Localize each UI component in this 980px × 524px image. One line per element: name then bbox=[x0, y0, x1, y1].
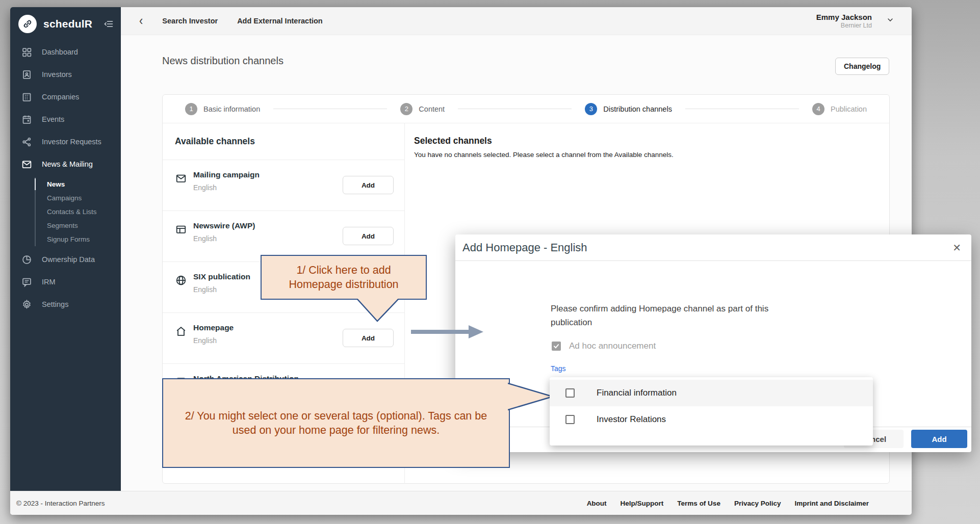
add-newswire-button[interactable]: Add bbox=[343, 227, 394, 245]
sidebar-item-label: Companies bbox=[42, 93, 79, 101]
sidebar-item-dashboard[interactable]: Dashboard bbox=[10, 41, 121, 63]
menu-search-investor[interactable]: Search Investor bbox=[162, 17, 218, 25]
tags-label: Tags bbox=[551, 364, 566, 373]
footer-links: About Help/Support Terms of Use Privacy … bbox=[587, 500, 869, 507]
add-homepage-button[interactable]: Add bbox=[343, 329, 394, 347]
sidebar-item-events[interactable]: Events bbox=[10, 108, 121, 130]
footer-link-terms[interactable]: Terms of Use bbox=[677, 500, 720, 507]
add-mailing-campaign-button[interactable]: Add bbox=[343, 176, 394, 194]
sidebar-subitem-campaigns[interactable]: Campaigns bbox=[36, 191, 121, 205]
footer-link-about[interactable]: About bbox=[587, 500, 607, 507]
step-label: Content bbox=[419, 105, 445, 113]
modal-confirm-text: Please confirm adding Homepage channel a… bbox=[551, 302, 795, 329]
chat-icon bbox=[21, 277, 32, 287]
copyright-text: © 2023 - Interaction Partners bbox=[16, 500, 105, 507]
callout-1-pointer bbox=[355, 299, 402, 323]
home-icon bbox=[175, 326, 187, 337]
pie-chart-icon bbox=[21, 254, 32, 265]
step-basic-information[interactable]: 1 Basic information bbox=[185, 103, 260, 115]
checked-checkbox-icon[interactable] bbox=[552, 342, 561, 351]
sidebar-subitem-segments[interactable]: Segments bbox=[36, 219, 121, 232]
subitem-label: Campaigns bbox=[47, 194, 82, 202]
sidebar-nav: Dashboard Investors Companies Events Inv… bbox=[10, 41, 121, 316]
unchecked-checkbox-icon[interactable] bbox=[565, 415, 575, 424]
unchecked-checkbox-icon[interactable] bbox=[565, 388, 575, 398]
changelog-button[interactable]: Changelog bbox=[835, 58, 889, 75]
chevron-down-icon[interactable] bbox=[886, 16, 894, 26]
step-number: 4 bbox=[812, 103, 824, 115]
annotation-callout-2: 2/ You might select one or several tags … bbox=[162, 378, 510, 468]
app-footer: © 2023 - Interaction Partners About Help… bbox=[10, 491, 912, 515]
selected-channels-title: Selected channels bbox=[414, 136, 889, 146]
subitem-label: Signup Forms bbox=[47, 235, 90, 243]
step-number: 1 bbox=[185, 103, 197, 115]
sidebar-item-label: Dashboard bbox=[42, 48, 78, 56]
annotation-callout-1: 1/ Click here to add Homepage distributi… bbox=[261, 255, 427, 300]
step-connector bbox=[685, 109, 799, 109]
share-icon bbox=[21, 137, 32, 147]
user-menu[interactable]: Emmy Jackson Bernier Ltd bbox=[816, 13, 872, 29]
sidebar: schedulR Dashboard Investors Companies bbox=[10, 7, 121, 491]
callout-2-pointer bbox=[508, 380, 556, 412]
close-icon[interactable]: ✕ bbox=[952, 243, 961, 253]
mail-icon bbox=[21, 159, 32, 170]
page-title: News distribution channels bbox=[162, 55, 283, 67]
menu-add-external-interaction[interactable]: Add External Interaction bbox=[237, 17, 323, 25]
investor-badge-icon bbox=[21, 69, 32, 80]
sidebar-item-companies[interactable]: Companies bbox=[10, 86, 121, 108]
mail-icon bbox=[175, 173, 187, 184]
step-number: 3 bbox=[585, 103, 597, 115]
sidebar-subitem-signup-forms[interactable]: Signup Forms bbox=[36, 232, 121, 246]
sidebar-item-investors[interactable]: Investors bbox=[10, 63, 121, 86]
step-content[interactable]: 2 Content bbox=[400, 103, 445, 115]
sidebar-item-irm[interactable]: IRM bbox=[10, 271, 121, 293]
sidebar-item-label: News & Mailing bbox=[42, 160, 93, 168]
gear-icon bbox=[21, 299, 32, 310]
modal-add-button[interactable]: Add bbox=[911, 430, 967, 448]
tag-option-investor-relations[interactable]: Investor Relations bbox=[550, 406, 873, 433]
sidebar-item-investor-requests[interactable]: Investor Requests bbox=[10, 130, 121, 153]
step-connector bbox=[458, 109, 572, 109]
calendar-icon bbox=[21, 114, 32, 125]
schedulr-logo-icon bbox=[18, 15, 37, 33]
logo-row: schedulR bbox=[10, 7, 121, 38]
sidebar-item-news-mailing[interactable]: News & Mailing bbox=[10, 153, 121, 175]
sidebar-item-label: Investor Requests bbox=[42, 138, 101, 146]
newspaper-icon bbox=[175, 224, 187, 235]
sidebar-item-label: Events bbox=[42, 115, 64, 123]
step-label: Distribution channels bbox=[603, 105, 672, 113]
top-menu: Search Investor Add External Interaction bbox=[162, 17, 322, 25]
sidebar-item-label: Ownership Data bbox=[42, 255, 95, 264]
subitem-label: News bbox=[47, 180, 65, 188]
step-distribution-channels[interactable]: 3 Distribution channels bbox=[585, 103, 672, 115]
tag-option-financial-information[interactable]: Financial information bbox=[550, 380, 873, 406]
user-name: Emmy Jackson bbox=[816, 13, 872, 21]
globe-icon bbox=[175, 275, 187, 286]
subitem-label: Contacts & Lists bbox=[47, 208, 97, 216]
step-label: Publication bbox=[831, 105, 867, 113]
sidebar-collapse-icon[interactable] bbox=[104, 19, 114, 29]
sidebar-item-settings[interactable]: Settings bbox=[10, 293, 121, 316]
news-mailing-subnav: News Campaigns Contacts & Lists Segments… bbox=[35, 177, 121, 246]
sidebar-item-label: IRM bbox=[42, 278, 56, 286]
modal-title: Add Homepage - English bbox=[462, 241, 587, 254]
sidebar-subitem-news[interactable]: News bbox=[36, 177, 121, 191]
channel-row-newswire: Newswire (AWP) English Add bbox=[163, 211, 404, 261]
subitem-label: Segments bbox=[47, 222, 78, 229]
selected-channels-empty-message: You have no channels selected. Please se… bbox=[414, 151, 889, 159]
footer-link-privacy[interactable]: Privacy Policy bbox=[734, 500, 781, 507]
tags-dropdown: Financial information Investor Relations bbox=[550, 377, 873, 446]
homepage-to-modal-arrow bbox=[408, 324, 485, 340]
step-number: 2 bbox=[400, 103, 412, 115]
footer-link-imprint[interactable]: Imprint and Disclaimer bbox=[794, 500, 869, 507]
building-icon bbox=[21, 92, 32, 102]
back-chevron-icon[interactable]: ‹ bbox=[139, 14, 143, 28]
step-label: Basic information bbox=[203, 105, 260, 113]
footer-link-help-support[interactable]: Help/Support bbox=[621, 500, 664, 507]
adhoc-checkbox-label: Ad hoc announcement bbox=[569, 341, 656, 351]
adhoc-checkbox-row[interactable]: Ad hoc announcement bbox=[552, 341, 656, 351]
app-logo-text: schedulR bbox=[43, 18, 92, 30]
sidebar-item-ownership-data[interactable]: Ownership Data bbox=[10, 248, 121, 271]
sidebar-subitem-contacts-lists[interactable]: Contacts & Lists bbox=[36, 205, 121, 219]
step-publication[interactable]: 4 Publication bbox=[812, 103, 867, 115]
